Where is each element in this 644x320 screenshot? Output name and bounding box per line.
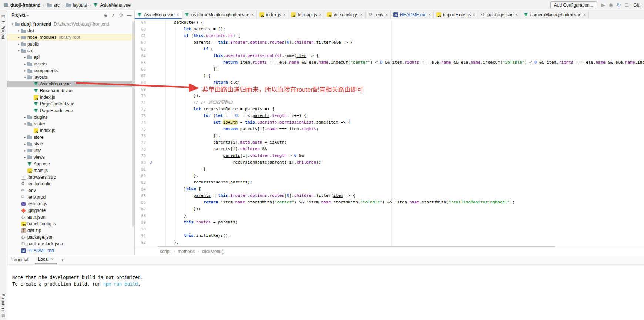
chevron-down-icon[interactable]: ▾ bbox=[10, 22, 15, 26]
editor-tab-vue.config.js[interactable]: vue.config.js bbox=[324, 10, 366, 19]
close-icon[interactable] bbox=[360, 12, 363, 17]
close-icon[interactable] bbox=[283, 12, 285, 17]
tree-item-router[interactable]: ▾router bbox=[7, 121, 134, 127]
chevron-right-icon[interactable]: ▸ bbox=[23, 55, 27, 59]
terminal-tab-local[interactable]: Local bbox=[35, 255, 57, 264]
tree-item-layouts[interactable]: ▾layouts bbox=[7, 74, 134, 81]
code-line-87[interactable]: 87 }); bbox=[135, 206, 644, 212]
chevron-down-icon[interactable] bbox=[25, 13, 29, 18]
code-line-63[interactable]: 63 if ( bbox=[135, 46, 644, 53]
terminal-output[interactable]: Note that the development build is not o… bbox=[7, 265, 644, 320]
tree-item-App.vue[interactable]: App.vue bbox=[7, 161, 134, 167]
chevron-down-icon[interactable]: ▾ bbox=[23, 75, 27, 79]
event-log-icon[interactable]: ▤ bbox=[624, 2, 629, 8]
tree-item-package.json[interactable]: package.json bbox=[7, 234, 134, 240]
code-line-67[interactable]: 67 ) { bbox=[135, 73, 644, 79]
editor-tab-realTimeMonitoring\index.vue[interactable]: realTimeMonitoring\index.vue bbox=[182, 10, 257, 19]
tree-item-node_modules[interactable]: ▸node_moduleslibrary root bbox=[7, 34, 134, 41]
close-icon[interactable] bbox=[177, 12, 179, 17]
tree-item-Breadcrumb.vue[interactable]: Breadcrumb.vue bbox=[7, 87, 134, 94]
code-line-80[interactable]: 80↺ recursionRoute(parents[i].children); bbox=[135, 159, 644, 166]
breadcrumb-item[interactable]: src bbox=[47, 3, 60, 8]
hide-icon[interactable]: — bbox=[127, 12, 131, 18]
code-breadcrumb-item[interactable]: script bbox=[160, 249, 171, 254]
tree-item-components[interactable]: ▸components bbox=[7, 67, 134, 74]
tree-item-src[interactable]: ▾src bbox=[7, 47, 134, 54]
editor-tab-importExcel.js[interactable]: importExcel.js bbox=[434, 10, 478, 19]
tree-item-PageContent.vue[interactable]: PageContent.vue bbox=[7, 101, 134, 107]
chevron-right-icon[interactable]: ▸ bbox=[23, 62, 27, 66]
tree-item-auth.json[interactable]: auth.json bbox=[7, 214, 134, 220]
tree-item-.eslintrc.js[interactable]: .eslintrc.js bbox=[7, 201, 134, 207]
close-icon[interactable] bbox=[51, 257, 54, 262]
editor-tab-README.md[interactable]: README.md bbox=[391, 10, 434, 19]
breadcrumb-item[interactable]: layouts bbox=[66, 3, 87, 8]
code-line-77[interactable]: 77 parents[i].meta.auth = isAuth; bbox=[135, 139, 644, 146]
toolwindow-toggle-icon[interactable] bbox=[1, 312, 5, 319]
code-breadcrumb-item[interactable]: methods bbox=[178, 249, 195, 254]
chevron-down-icon[interactable]: ▾ bbox=[23, 122, 27, 126]
code-line-65[interactable]: 65 return item.rights === ele.name && el… bbox=[135, 59, 644, 66]
code-line-85[interactable]: 85 parents = this.$router.options.routes… bbox=[135, 192, 644, 199]
close-icon[interactable] bbox=[583, 12, 586, 17]
tree-item-AsideMenu.vue[interactable]: AsideMenu.vue bbox=[7, 81, 134, 87]
code-line-66[interactable]: 66 }) bbox=[135, 66, 644, 73]
close-icon[interactable] bbox=[385, 12, 388, 17]
run-icon[interactable]: ▶ bbox=[601, 2, 605, 8]
tree-item-.editorconfig[interactable]: .editorconfig bbox=[7, 181, 134, 187]
code-line-72[interactable]: 72 let recursionRoute = parents => { bbox=[135, 106, 644, 112]
tree-item-dist[interactable]: ▸dist bbox=[7, 27, 134, 34]
code-line-86[interactable]: 86 return !item.name.startsWith("center"… bbox=[135, 199, 644, 206]
close-icon[interactable] bbox=[319, 12, 321, 17]
code-line-76[interactable]: 76 }); bbox=[135, 132, 644, 139]
chevron-right-icon[interactable]: ▸ bbox=[23, 142, 27, 146]
code-line-64[interactable]: 64 this.userInfo.permissionList.some(ite… bbox=[135, 53, 644, 59]
tree-item-.env[interactable]: .env bbox=[7, 187, 134, 194]
code-line-75[interactable]: 75 return parents[i].name === item.right… bbox=[135, 126, 644, 132]
tree-item-store[interactable]: ▸store bbox=[7, 134, 134, 141]
tree-item-main.js[interactable]: main.js bbox=[7, 167, 134, 174]
code-line-78[interactable]: 78 parents[i].children && bbox=[135, 146, 644, 152]
tree-item-duoji-frontend[interactable]: ▾duoji-frontendD:\zheheWeb\duoji-fronten… bbox=[7, 21, 134, 27]
project-panel-title[interactable]: Project bbox=[11, 13, 25, 18]
tree-item-package-lock.json[interactable]: package-lock.json bbox=[7, 240, 134, 247]
chevron-right-icon[interactable]: ▸ bbox=[23, 115, 27, 119]
chevron-right-icon[interactable]: ▸ bbox=[16, 29, 21, 33]
breadcrumb-item[interactable]: AsideMenu.vue bbox=[93, 3, 131, 8]
tree-scrollbar[interactable] bbox=[132, 21, 134, 227]
editor-tab-http-api.js[interactable]: http-api.js bbox=[288, 10, 324, 19]
tree-item-PageHeader.vue[interactable]: PageHeader.vue bbox=[7, 107, 134, 114]
scrollbar-thumb[interactable] bbox=[157, 246, 555, 247]
chevron-right-icon[interactable]: ▸ bbox=[16, 36, 21, 39]
tree-item-public[interactable]: ▸public bbox=[7, 41, 134, 47]
add-terminal-icon[interactable] bbox=[61, 257, 64, 263]
debug-icon[interactable]: ◉ bbox=[609, 2, 613, 8]
close-icon[interactable] bbox=[473, 12, 475, 17]
toolwindow-structure-button[interactable]: Structure bbox=[1, 294, 6, 312]
tree-item-.browserslistrc[interactable]: .browserslistrc bbox=[7, 174, 134, 181]
chevron-right-icon[interactable]: ▸ bbox=[23, 69, 27, 73]
chevron-right-icon[interactable]: ▸ bbox=[23, 149, 27, 152]
tree-item-plugins[interactable]: ▸plugins bbox=[7, 114, 134, 121]
code-line-79[interactable]: 79 parents[i].children.length > 0 && bbox=[135, 152, 644, 159]
code-line-83[interactable]: 83 recursionRoute(parents); bbox=[135, 179, 644, 186]
close-icon[interactable] bbox=[251, 12, 254, 17]
chevron-right-icon[interactable]: ▸ bbox=[23, 155, 27, 159]
code-area[interactable]: 59 setRoute() {60 let parents = [];61 if… bbox=[135, 19, 644, 246]
add-configuration-button[interactable]: Add Configuration... bbox=[550, 1, 597, 9]
code-line-92[interactable]: 92 }, bbox=[135, 239, 644, 246]
code-line-70[interactable]: 70 }); bbox=[135, 92, 644, 99]
code-line-81[interactable]: 81 } bbox=[135, 166, 644, 172]
tree-item-.env.prod[interactable]: .env.prod bbox=[7, 194, 134, 201]
editor-tab-cameraManage\index.vue[interactable]: cameraManage\index.vue bbox=[521, 10, 589, 19]
chevron-down-icon[interactable]: ▾ bbox=[16, 49, 21, 53]
tree-item-index.js[interactable]: index.js bbox=[7, 127, 134, 134]
code-line-69[interactable]: 69 } bbox=[135, 86, 644, 92]
editor-tab-package.json[interactable]: package.json bbox=[478, 10, 521, 19]
code-line-82[interactable]: 82 }; bbox=[135, 172, 644, 179]
breadcrumb-item[interactable]: duoji-frontend bbox=[4, 3, 40, 8]
toolwindow-project-button[interactable]: 1: Project bbox=[1, 12, 6, 39]
tree-item-style[interactable]: ▸style bbox=[7, 141, 134, 147]
code-line-90[interactable]: 90 bbox=[135, 226, 644, 232]
editor-tab-AsideMenu.vue[interactable]: AsideMenu.vue bbox=[135, 10, 182, 19]
